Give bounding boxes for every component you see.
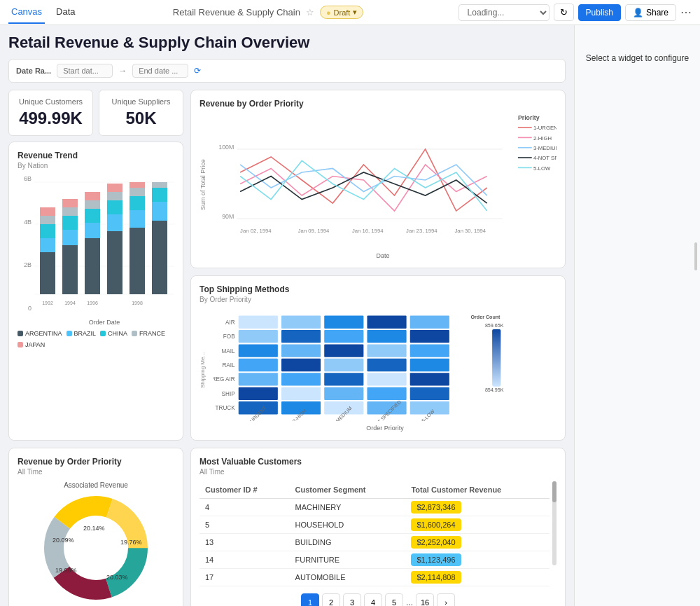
svg-rect-85 bbox=[281, 373, 321, 385]
favorite-icon[interactable]: ☆ bbox=[306, 7, 314, 18]
svg-text:20.03%: 20.03% bbox=[106, 574, 128, 581]
svg-text:3-MEDIUM: 3-MEDIUM bbox=[533, 145, 556, 151]
donut-chart-card: Revenue by Order Priority All Time Assoc… bbox=[8, 448, 183, 606]
customers-title: Most Valuable Customers bbox=[200, 457, 556, 467]
status-badge[interactable]: ● Draft ▾ bbox=[320, 6, 364, 19]
svg-rect-10 bbox=[62, 230, 78, 245]
next-page-button[interactable]: › bbox=[437, 593, 455, 606]
revenue-trend-card: Revenue Trend By Nation 6B 4B 2B 0 bbox=[8, 142, 183, 441]
svg-rect-69 bbox=[239, 330, 278, 343]
svg-text:854.95K: 854.95K bbox=[485, 387, 504, 393]
svg-text:REG AIR: REG AIR bbox=[214, 376, 235, 383]
svg-text:Jan 23, 1994: Jan 23, 1994 bbox=[406, 228, 438, 234]
dashboard-title: Retail Revenue & Supply Chain bbox=[173, 7, 300, 18]
pagination: 1 2 3 4 5 ... 16 › bbox=[200, 593, 556, 606]
svg-rect-27 bbox=[130, 188, 145, 196]
line-chart-card: Revenue by Order Priority Sum of Total P… bbox=[190, 90, 566, 268]
svg-text:1996: 1996 bbox=[87, 301, 98, 305]
svg-rect-22 bbox=[107, 192, 122, 200]
share-icon: 👤 bbox=[633, 8, 643, 18]
filter-bar: Date Ra... → ⟳ bbox=[8, 59, 566, 83]
filter-refresh-icon[interactable]: ⟳ bbox=[194, 66, 201, 76]
svg-rect-18 bbox=[85, 192, 100, 200]
svg-text:4-NOT SPECIFIED: 4-NOT SPECIFIED bbox=[533, 155, 556, 161]
svg-rect-88 bbox=[410, 373, 449, 385]
table-scrollbar[interactable] bbox=[552, 481, 556, 565]
col-segment: Customer Segment bbox=[290, 481, 406, 499]
y-label-2b: 2B bbox=[18, 261, 31, 268]
svg-rect-78 bbox=[410, 344, 449, 357]
page-3-button[interactable]: 3 bbox=[343, 593, 361, 606]
unique-customers-label: Unique Customers bbox=[16, 97, 85, 106]
bar-chart-svg: 1992 1994 1996 1998 bbox=[34, 175, 174, 315]
nav-center: Retail Revenue & Supply Chain ☆ ● Draft … bbox=[90, 6, 447, 19]
svg-rect-87 bbox=[367, 373, 406, 385]
publish-button[interactable]: Publish bbox=[578, 4, 621, 21]
svg-text:Jan 16, 1994: Jan 16, 1994 bbox=[352, 228, 384, 234]
page-4-button[interactable]: 4 bbox=[364, 593, 382, 606]
svg-text:19.76%: 19.76% bbox=[120, 539, 142, 546]
svg-rect-16 bbox=[85, 209, 100, 223]
canvas-tab[interactable]: Canvas bbox=[8, 1, 45, 24]
svg-rect-83 bbox=[410, 359, 449, 371]
col-id: Customer ID # bbox=[200, 481, 290, 499]
pagination-ellipsis: ... bbox=[406, 598, 413, 606]
page-5-button[interactable]: 5 bbox=[385, 593, 403, 606]
heatmap-svg: AIR FOB MAIL RAIL REG AIR SHIP TRUCK bbox=[214, 309, 556, 421]
col-revenue: Total Customer Revenue bbox=[405, 481, 550, 499]
top-nav: Canvas Data Retail Revenue & Supply Chai… bbox=[0, 0, 700, 25]
svg-rect-9 bbox=[62, 245, 78, 294]
svg-text:100M: 100M bbox=[218, 144, 234, 151]
svg-text:90M: 90M bbox=[222, 213, 234, 220]
refresh-button[interactable]: ↻ bbox=[554, 4, 574, 21]
svg-text:20.09%: 20.09% bbox=[52, 537, 74, 544]
page-16-button[interactable]: 16 bbox=[416, 593, 434, 606]
donut-center-label: Associated Revenue bbox=[18, 481, 174, 489]
svg-rect-13 bbox=[62, 199, 78, 207]
svg-text:1-URGENT: 1-URGENT bbox=[533, 125, 556, 131]
unique-suppliers-value: 50K bbox=[106, 109, 176, 128]
share-button[interactable]: 👤 Share bbox=[625, 4, 676, 21]
svg-rect-65 bbox=[281, 316, 321, 329]
end-date-input[interactable] bbox=[132, 64, 188, 78]
loading-dropdown[interactable]: Loading... bbox=[458, 4, 550, 21]
page-2-button[interactable]: 2 bbox=[322, 593, 340, 606]
table-row: 13BUILDING$2,252,040 bbox=[200, 534, 550, 551]
svg-rect-12 bbox=[62, 207, 78, 216]
heatmap-y-label: Shipping Me... bbox=[200, 309, 211, 432]
svg-text:19.98%: 19.98% bbox=[55, 567, 77, 574]
page-1-button[interactable]: 1 bbox=[301, 593, 319, 606]
line-x-axis-label: Date bbox=[209, 252, 556, 259]
svg-rect-84 bbox=[239, 373, 278, 385]
bar-chart-x-label: Order Date bbox=[34, 319, 174, 326]
heatmap-x-label: Order Priority bbox=[214, 425, 556, 432]
svg-text:1992: 1992 bbox=[42, 301, 53, 305]
start-date-input[interactable] bbox=[57, 64, 113, 78]
data-tab[interactable]: Data bbox=[53, 1, 78, 24]
scrollbar-thumb[interactable] bbox=[552, 481, 556, 502]
more-options-button[interactable]: ⋯ bbox=[680, 6, 692, 19]
svg-rect-28 bbox=[130, 182, 145, 188]
table-row: 5HOUSEHOLD$1,600,264 bbox=[200, 516, 550, 534]
svg-rect-19 bbox=[107, 231, 122, 294]
svg-rect-5 bbox=[40, 238, 55, 252]
svg-rect-73 bbox=[410, 330, 449, 343]
filter-label: Date Ra... bbox=[16, 67, 51, 75]
svg-text:2-HIGH: 2-HIGH bbox=[533, 135, 552, 142]
nav-right: Loading... ↻ Publish 👤 Share ⋯ bbox=[458, 4, 692, 21]
svg-text:AIR: AIR bbox=[225, 319, 235, 326]
revenue-trend-title: Revenue Trend bbox=[18, 151, 174, 160]
svg-text:Jan 09, 1994: Jan 09, 1994 bbox=[298, 228, 330, 234]
svg-rect-31 bbox=[152, 188, 167, 202]
svg-rect-21 bbox=[107, 200, 122, 214]
svg-rect-71 bbox=[324, 330, 363, 343]
line-chart-title: Revenue by Order Priority bbox=[200, 99, 556, 109]
y-label-0: 0 bbox=[18, 305, 31, 312]
svg-text:20.14%: 20.14% bbox=[83, 525, 105, 532]
svg-rect-81 bbox=[324, 359, 363, 371]
svg-rect-68 bbox=[410, 316, 449, 329]
y-label-6b: 6B bbox=[18, 175, 31, 182]
svg-rect-89 bbox=[239, 387, 278, 400]
svg-text:TRUCK: TRUCK bbox=[216, 405, 236, 411]
svg-text:RAIL: RAIL bbox=[222, 362, 235, 369]
